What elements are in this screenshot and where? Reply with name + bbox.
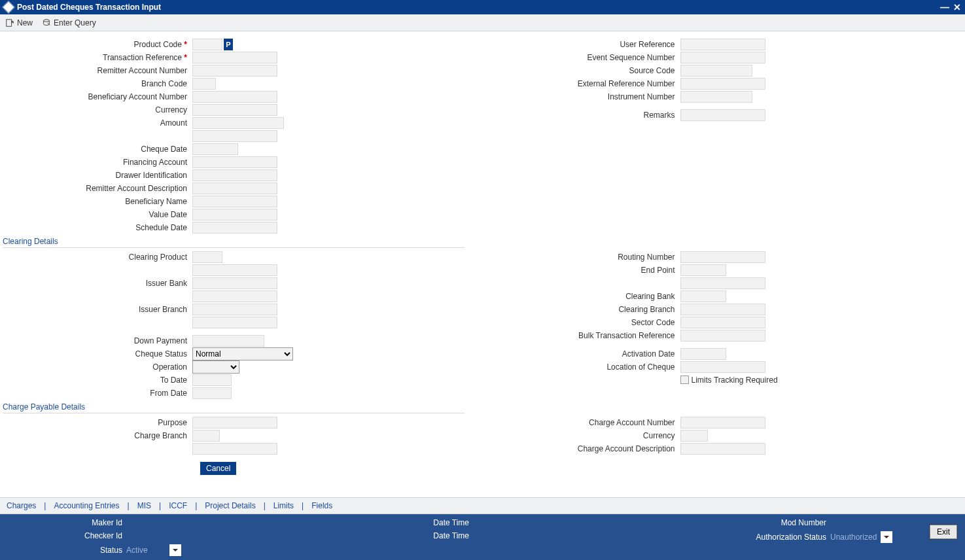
routing-no-input[interactable]: [680, 251, 765, 263]
toolbar: New Enter Query: [0, 14, 965, 31]
purpose-input[interactable]: [192, 417, 277, 429]
operation-label: Operation: [3, 362, 192, 372]
product-code-picker-icon[interactable]: P: [224, 39, 233, 50]
value-date-label: Value Date: [3, 210, 192, 219]
end-point-input[interactable]: [680, 264, 726, 276]
cheque-status-select[interactable]: Normal: [192, 347, 293, 360]
operation-select[interactable]: [192, 360, 239, 374]
cheque-location-label: Location of Cheque: [491, 362, 680, 372]
instr-num-input[interactable]: [680, 91, 752, 103]
user-ref-label: User Reference: [491, 40, 680, 49]
cancel-button[interactable]: Cancel: [200, 462, 236, 475]
sector-code-input[interactable]: [680, 317, 765, 328]
clearing-branch-input[interactable]: [680, 304, 765, 315]
currency-label: Currency: [3, 105, 192, 114]
evt-seq-input[interactable]: [680, 52, 765, 63]
currency-input[interactable]: [192, 104, 277, 116]
source-code-label: Source Code: [491, 66, 680, 75]
tab-iccf[interactable]: ICCF: [169, 501, 187, 510]
clearing-details-header: Clearing Details: [3, 237, 465, 248]
new-button[interactable]: New: [5, 18, 33, 27]
end-point-desc-input[interactable]: [680, 277, 765, 289]
date-time-2-label: Date Time: [194, 531, 469, 540]
user-ref-input[interactable]: [680, 39, 765, 50]
branch-code-input[interactable]: [192, 78, 216, 90]
enter-query-button[interactable]: Enter Query: [42, 18, 96, 27]
value-date-input[interactable]: [192, 209, 277, 220]
benef-name-input[interactable]: [192, 196, 277, 207]
charge-branch-desc-input[interactable]: [192, 443, 277, 455]
branch-code-label: Branch Code: [3, 79, 192, 88]
window-title: Post Dated Cheques Transaction Input: [17, 3, 161, 12]
svg-point-1: [44, 19, 50, 22]
status-select[interactable]: [169, 544, 181, 556]
enter-query-label: Enter Query: [54, 18, 96, 27]
bulk-txn-ref-label: Bulk Transaction Reference: [491, 331, 680, 340]
tab-accounting-entries[interactable]: Accounting Entries: [54, 501, 119, 510]
remitter-desc-input[interactable]: [192, 183, 277, 194]
clearing-product-desc-input[interactable]: [192, 264, 277, 276]
drawer-id-input[interactable]: [192, 169, 277, 181]
clearing-bank-label: Clearing Bank: [491, 292, 680, 301]
end-point-label: End Point: [491, 266, 680, 275]
tab-mis[interactable]: MIS: [137, 501, 151, 510]
bottom-tab-strip: Charges| Accounting Entries| MIS| ICCF| …: [0, 497, 965, 514]
issuer-bank-input[interactable]: [192, 277, 277, 289]
txn-ref-input[interactable]: [192, 52, 277, 63]
remitter-acc-input[interactable]: [192, 65, 277, 77]
minimize-button[interactable]: —: [940, 2, 949, 12]
ext-ref-label: External Reference Number: [491, 79, 680, 88]
fin-acc-input[interactable]: [192, 156, 277, 168]
cheque-location-input[interactable]: [680, 361, 765, 373]
remitter-acc-label: Remitter Account Number: [3, 66, 192, 75]
auth-status-select[interactable]: [881, 531, 892, 543]
new-label: New: [17, 18, 33, 27]
tab-charges[interactable]: Charges: [7, 501, 36, 510]
charge-acc-desc-input[interactable]: [680, 443, 765, 455]
amount-label: Amount: [3, 118, 192, 128]
schedule-date-label: Schedule Date: [3, 223, 192, 232]
charge-branch-input[interactable]: [192, 430, 220, 442]
charge-currency-input[interactable]: [680, 430, 708, 442]
source-code-input[interactable]: [680, 65, 752, 77]
from-date-input[interactable]: [192, 387, 232, 399]
date-time-1-label: Date Time: [194, 518, 469, 527]
charge-acc-no-input[interactable]: [680, 417, 765, 429]
activation-date-input[interactable]: [680, 348, 726, 360]
charge-acc-no-label: Charge Account Number: [491, 418, 680, 427]
amount-input[interactable]: [192, 117, 284, 129]
routing-no-label: Routing Number: [491, 253, 680, 262]
amount-extra-input[interactable]: [192, 130, 277, 142]
remitter-desc-label: Remitter Account Description: [3, 184, 192, 193]
schedule-date-input[interactable]: [192, 222, 277, 234]
clearing-bank-input[interactable]: [680, 290, 726, 302]
product-code-input[interactable]: [192, 39, 222, 50]
tab-limits[interactable]: Limits: [273, 501, 294, 510]
charge-currency-label: Currency: [491, 431, 680, 440]
bulk-txn-ref-input[interactable]: [680, 330, 765, 341]
tab-fields[interactable]: Fields: [311, 501, 332, 510]
svg-rect-0: [7, 19, 12, 26]
mod-number-label: Mod Number: [525, 518, 826, 527]
tab-project-details[interactable]: Project Details: [205, 501, 255, 510]
fin-acc-label: Financing Account: [3, 158, 192, 167]
to-date-input[interactable]: [192, 374, 232, 386]
evt-seq-label: Event Sequence Number: [491, 53, 680, 62]
issuer-branch-desc-input[interactable]: [192, 317, 277, 328]
charge-payable-header: Charge Payable Details: [3, 402, 465, 413]
ext-ref-input[interactable]: [680, 78, 765, 90]
limits-tracking-checkbox[interactable]: [680, 376, 689, 384]
status-value: Active: [126, 546, 166, 555]
close-button[interactable]: ✕: [953, 2, 961, 12]
cheque-date-input[interactable]: [192, 143, 238, 155]
issuer-branch-input[interactable]: [192, 304, 277, 315]
exit-button[interactable]: Exit: [930, 525, 957, 539]
status-label: Status: [8, 546, 122, 555]
clearing-product-input[interactable]: [192, 251, 222, 263]
benef-acc-input[interactable]: [192, 91, 277, 103]
window-titlebar: Post Dated Cheques Transaction Input — ✕: [0, 0, 965, 14]
issuer-bank-desc-input[interactable]: [192, 290, 277, 302]
remarks-input[interactable]: [680, 109, 765, 121]
down-payment-input[interactable]: [192, 335, 264, 347]
form-scroll-area[interactable]: Product CodeP Transaction Reference Remi…: [0, 31, 965, 497]
